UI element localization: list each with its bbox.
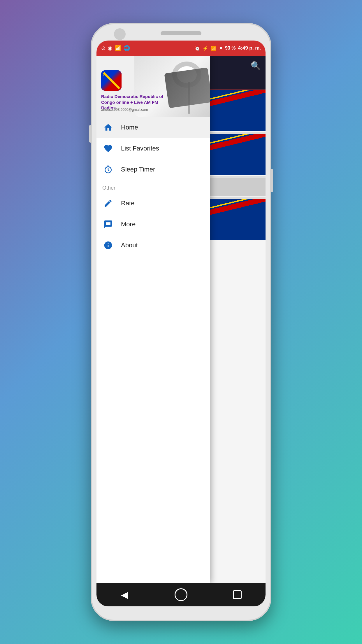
- menu-item-more[interactable]: More: [96, 214, 210, 235]
- menu-item-favorites[interactable]: List Favorites: [96, 138, 210, 159]
- battery-text: 93 %: [225, 46, 236, 51]
- bottom-navigation: ◀: [96, 583, 266, 606]
- more-icon: [102, 218, 114, 230]
- about-icon: [102, 239, 114, 251]
- power-button: [270, 169, 273, 192]
- navigation-drawer: ★ Radio Democratic Republic of Congo onl…: [96, 56, 210, 583]
- back-icon: ◀: [121, 589, 128, 600]
- app-logo: ★: [101, 70, 122, 91]
- drc-flag-logo: ★: [101, 70, 122, 91]
- phone-camera: [114, 28, 126, 40]
- menu-item-home[interactable]: Home: [96, 117, 210, 138]
- charging-icon: ⚡: [203, 46, 208, 51]
- drawer-menu: Home List Favorites: [96, 117, 210, 583]
- recents-icon: [233, 590, 242, 599]
- timer-icon: [102, 164, 114, 175]
- menu-home-label: Home: [121, 124, 138, 131]
- signal-icon: 📶: [115, 45, 121, 51]
- signal-x-icon: ✕: [219, 46, 223, 51]
- home-button[interactable]: [172, 586, 190, 603]
- menu-item-about[interactable]: About: [96, 235, 210, 256]
- menu-item-sleep-timer[interactable]: Sleep Timer: [96, 159, 210, 180]
- globe-icon: 🌐: [124, 45, 130, 51]
- back-button[interactable]: ◀: [116, 586, 133, 603]
- status-bar: ⊙ ◉ 📶 🌐 ⏰ ⚡ 📶 ✕ 93 % 4:49 p. m.: [96, 41, 266, 56]
- phone-frame: ⊙ ◉ 📶 🌐 ⏰ ⚡ 📶 ✕ 93 % 4:49 p. m. blic of.…: [91, 23, 271, 621]
- menu-favorites-label: List Favorites: [121, 145, 159, 152]
- status-right: ⏰ ⚡ 📶 ✕ 93 % 4:49 p. m.: [194, 45, 261, 51]
- screen: ⊙ ◉ 📶 🌐 ⏰ ⚡ 📶 ✕ 93 % 4:49 p. m. blic of.…: [96, 41, 266, 606]
- rate-icon: [102, 197, 114, 209]
- radio-icon: ◉: [108, 45, 113, 51]
- menu-sleep-timer-label: Sleep Timer: [121, 166, 155, 173]
- screen-content: blic of... 🔍 MOST LISTENED ★: [96, 56, 266, 583]
- menu-rate-label: Rate: [121, 200, 134, 207]
- menu-more-label: More: [121, 220, 136, 228]
- menu-item-rate[interactable]: Rate: [96, 193, 210, 214]
- section-other-header: Other: [96, 180, 210, 193]
- recents-button[interactable]: [229, 586, 246, 603]
- drawer-header: ★ Radio Democratic Republic of Congo onl…: [96, 56, 210, 117]
- app-email: artdeco.993.9090@gmail.com: [101, 108, 148, 112]
- wifi-icon: 📶: [211, 46, 217, 51]
- search-icon[interactable]: 🔍: [251, 61, 261, 71]
- status-icons-left: ⊙ ◉ 📶 🌐: [101, 45, 130, 51]
- menu-about-label: About: [121, 242, 138, 249]
- home-nav-icon: [175, 588, 187, 601]
- heart-icon: [102, 143, 114, 154]
- time-display: 4:49 p. m.: [238, 45, 261, 51]
- phone-speaker: [161, 31, 201, 35]
- instagram-icon: ⊙: [101, 45, 106, 51]
- alarm-icon: ⏰: [194, 46, 200, 51]
- home-icon: [102, 122, 114, 133]
- volume-button: [89, 125, 92, 143]
